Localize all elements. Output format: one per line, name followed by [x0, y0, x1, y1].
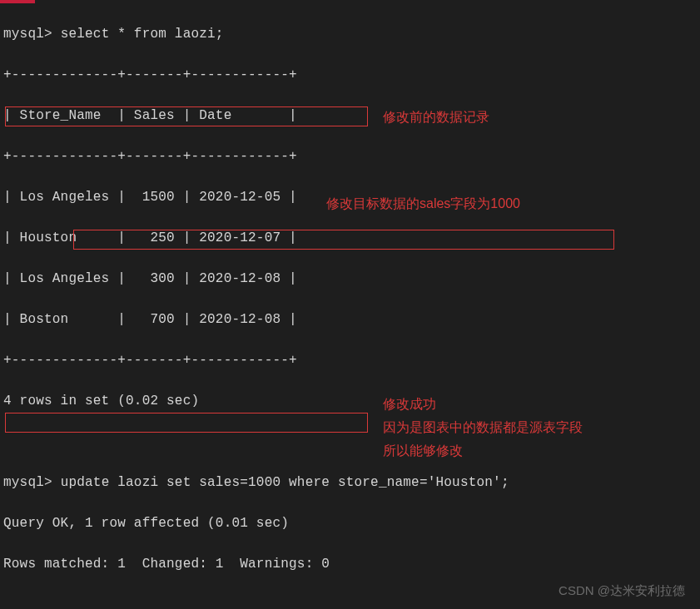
table-border: +-------------+-------+------------+	[3, 65, 700, 86]
annotation-reason-2: 所以能够修改	[383, 443, 463, 460]
table-row: | Los Angeles | 300 | 2020-12-08 |	[3, 269, 700, 290]
terminal-output: mysql> select * from laozi; +-----------…	[0, 0, 700, 609]
prompt: mysql>	[3, 475, 61, 490]
table-row: | Houston | 250 | 2020-12-07 |	[3, 228, 700, 249]
annotation-reason-1: 因为是图表中的数据都是源表字段	[383, 419, 583, 437]
watermark: CSDN @达米安利拉德	[559, 583, 685, 599]
table-row: | Boston | 700 | 2020-12-08 |	[3, 309, 700, 330]
table-header: | Store_Name | Sales | Date |	[3, 106, 700, 126]
rows-summary: 4 rows in set (0.02 sec)	[3, 391, 700, 412]
sql-update: update laozi set sales=1000 where store_…	[61, 475, 509, 490]
annotation-update-goal: 修改目标数据的sales字段为1000	[326, 196, 520, 213]
prompt: mysql>	[3, 27, 61, 42]
table-border: +-------------+-------+------------+	[3, 146, 700, 167]
sql-select-1: select * from laozi;	[61, 27, 224, 42]
annotation-success: 修改成功	[383, 396, 436, 413]
update-ok: Query OK, 1 row affected (0.01 sec)	[3, 513, 700, 534]
table-border: +-------------+-------+------------+	[3, 350, 700, 371]
update-info: Rows matched: 1 Changed: 1 Warnings: 0	[3, 554, 700, 575]
annotation-before: 修改前的数据记录	[383, 109, 489, 126]
